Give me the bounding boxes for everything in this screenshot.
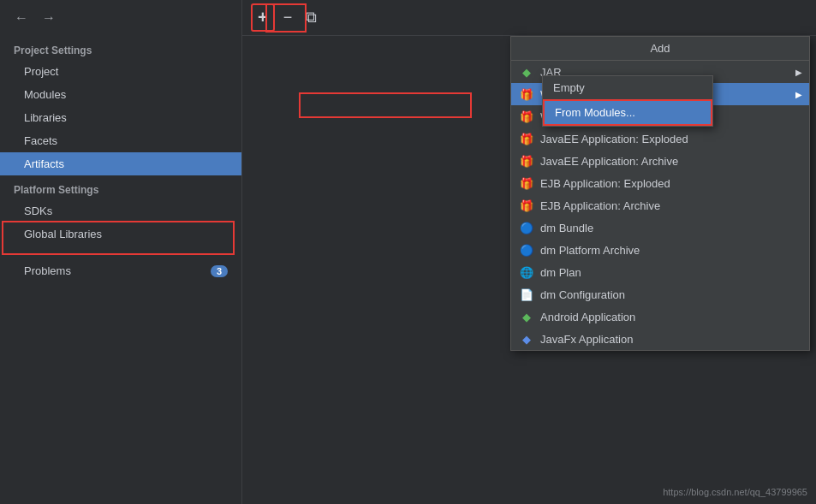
ejb-archive-icon: 🎁 bbox=[520, 199, 533, 212]
problems-badge: 3 bbox=[211, 265, 228, 277]
add-menu-header: Add bbox=[511, 37, 809, 61]
menu-item-javaee-archive[interactable]: 🎁 JavaEE Application: Archive bbox=[511, 150, 809, 172]
dm-platform-icon: 🔵 bbox=[520, 243, 533, 257]
menu-item-dm-config[interactable]: 📄 dm Configuration bbox=[511, 283, 809, 305]
remove-button[interactable]: − bbox=[278, 6, 298, 29]
ejb-exploded-icon: 🎁 bbox=[520, 176, 533, 190]
web-archive-icon: 🎁 bbox=[520, 110, 533, 123]
web-exploded-icon: 🎁 bbox=[520, 87, 533, 101]
sidebar-item-facets[interactable]: Facets bbox=[0, 129, 241, 152]
javaee-exploded-label: JavaEE Application: Exploded bbox=[540, 133, 688, 145]
toolbar: + − ⧉ bbox=[242, 0, 816, 36]
submenu: Empty From Modules... bbox=[542, 75, 713, 127]
url-watermark: https://blog.csdn.net/qq_43799965 bbox=[663, 487, 807, 497]
menu-item-dm-plan[interactable]: 🌐 dm Plan bbox=[511, 261, 809, 283]
dm-bundle-icon: 🔵 bbox=[520, 221, 533, 234]
javafx-label: JavaFx Application bbox=[540, 333, 633, 346]
sidebar-item-artifacts[interactable]: Artifacts bbox=[0, 152, 241, 175]
main-area: + − ⧉ Add ◆ JAR ▶ 🎁 Web Application: Exp… bbox=[242, 0, 816, 504]
ejb-archive-label: EJB Application: Archive bbox=[540, 199, 660, 212]
project-settings-header: Project Settings bbox=[0, 36, 241, 60]
dm-config-icon: 📄 bbox=[520, 288, 533, 301]
javaee-exploded-icon: 🎁 bbox=[520, 132, 533, 145]
sidebar-item-libraries[interactable]: Libraries bbox=[0, 106, 241, 129]
forward-button[interactable]: → bbox=[38, 9, 60, 27]
jar-arrow: ▶ bbox=[795, 68, 802, 77]
sidebar-item-project[interactable]: Project bbox=[0, 60, 241, 83]
sidebar: ← → Project Settings Project Modules Lib… bbox=[0, 0, 242, 504]
web-exploded-arrow: ▶ bbox=[795, 90, 802, 99]
back-button[interactable]: ← bbox=[10, 9, 33, 27]
dm-plan-icon: 🌐 bbox=[520, 265, 533, 279]
sidebar-item-global-libraries[interactable]: Global Libraries bbox=[0, 222, 241, 246]
menu-item-android[interactable]: ◆ Android Application bbox=[511, 305, 809, 328]
menu-item-ejb-archive[interactable]: 🎁 EJB Application: Archive bbox=[511, 194, 809, 216]
copy-button[interactable]: ⧉ bbox=[301, 6, 322, 29]
dm-platform-label: dm Platform Archive bbox=[540, 244, 640, 257]
nav-buttons: ← → bbox=[0, 0, 241, 36]
menu-item-javaee-exploded[interactable]: 🎁 JavaEE Application: Exploded bbox=[511, 127, 809, 150]
add-button[interactable]: + bbox=[251, 3, 275, 32]
sidebar-item-problems[interactable]: Problems 3 bbox=[0, 259, 241, 282]
android-label: Android Application bbox=[540, 311, 635, 323]
javaee-archive-icon: 🎁 bbox=[520, 154, 533, 168]
android-icon: ◆ bbox=[520, 310, 533, 323]
ejb-exploded-label: EJB Application: Exploded bbox=[540, 177, 670, 190]
javaee-archive-label: JavaEE Application: Archive bbox=[540, 155, 678, 168]
dm-bundle-label: dm Bundle bbox=[540, 222, 593, 234]
problems-label: Problems bbox=[24, 264, 71, 277]
jar-icon: ◆ bbox=[520, 65, 533, 79]
platform-settings-header: Platform Settings bbox=[0, 175, 241, 199]
menu-item-ejb-exploded[interactable]: 🎁 EJB Application: Exploded bbox=[511, 172, 809, 194]
javafx-icon: ◆ bbox=[520, 332, 533, 346]
menu-item-javafx[interactable]: ◆ JavaFx Application bbox=[511, 328, 809, 350]
sidebar-item-sdks[interactable]: SDKs bbox=[0, 199, 241, 222]
sidebar-item-modules[interactable]: Modules bbox=[0, 83, 241, 106]
menu-item-dm-platform[interactable]: 🔵 dm Platform Archive bbox=[511, 239, 809, 261]
menu-item-dm-bundle[interactable]: 🔵 dm Bundle bbox=[511, 216, 809, 239]
submenu-item-from-modules[interactable]: From Modules... bbox=[543, 99, 712, 126]
dm-config-label: dm Configuration bbox=[540, 288, 625, 301]
dm-plan-label: dm Plan bbox=[540, 266, 581, 279]
submenu-item-empty[interactable]: Empty bbox=[543, 76, 712, 99]
